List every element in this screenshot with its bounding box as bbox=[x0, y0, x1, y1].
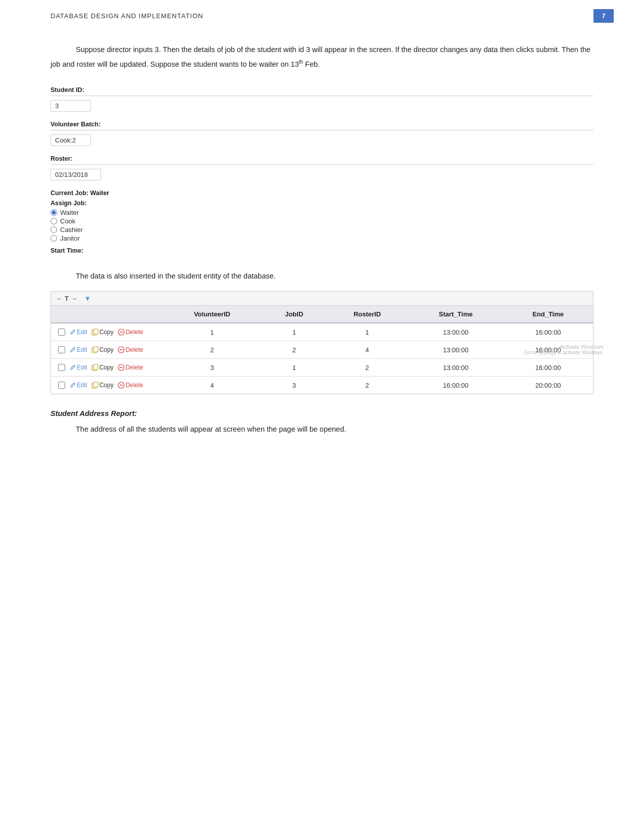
row-3-copy-button[interactable]: Copy bbox=[90, 381, 115, 389]
copy-label: Copy bbox=[100, 329, 114, 336]
edit-label: Edit bbox=[77, 346, 87, 353]
assign-job-label: Assign Job: bbox=[51, 200, 593, 207]
volunteer-batch-label: Volunteer Batch: bbox=[51, 121, 593, 128]
roster-value[interactable]: 02/13/2018 bbox=[51, 169, 101, 180]
svg-rect-13 bbox=[93, 382, 98, 387]
radio-cook[interactable]: Cook bbox=[51, 217, 593, 225]
edit-label: Edit bbox=[77, 364, 87, 371]
row-3-edit-button[interactable]: Edit bbox=[68, 381, 89, 389]
row-0-copy-button[interactable]: Copy bbox=[90, 328, 115, 336]
main-content: Suppose director inputs 3. Then the deta… bbox=[0, 28, 644, 457]
table-header-row: VolunteerID JobID RosterID Start_Time En… bbox=[51, 306, 593, 323]
radio-cook-label: Cook bbox=[60, 217, 75, 225]
pencil-icon bbox=[70, 364, 76, 370]
volunteer-batch-group: Volunteer Batch: Cook:2 bbox=[51, 121, 593, 146]
roster-group: Roster: 02/13/2018 bbox=[51, 155, 593, 180]
arrow-right-icon: → bbox=[71, 295, 77, 302]
svg-rect-5 bbox=[93, 347, 98, 352]
row-3-checkbox[interactable] bbox=[58, 382, 65, 389]
activate-windows-line1: Activate Windows bbox=[524, 344, 604, 350]
row-1-checkbox[interactable] bbox=[58, 346, 65, 353]
svg-rect-9 bbox=[93, 364, 98, 369]
row-0-edit-button[interactable]: Edit bbox=[68, 328, 89, 336]
current-job-group: Current Job: Waiter Assign Job: Waiter C… bbox=[51, 190, 593, 254]
edit-label: Edit bbox=[77, 382, 87, 389]
delete-icon bbox=[118, 364, 125, 371]
radio-janitor[interactable]: Janitor bbox=[51, 235, 593, 242]
copy-icon bbox=[91, 364, 98, 371]
t-icon: T bbox=[65, 295, 69, 302]
row-3-start-time: 16:00:00 bbox=[408, 377, 503, 394]
svg-rect-1 bbox=[93, 329, 98, 334]
radio-group: Waiter Cook Cashier Janitor bbox=[51, 209, 593, 242]
copy-icon bbox=[91, 346, 98, 353]
row-3-actions-group: Edit Copy Delete bbox=[58, 381, 155, 389]
row-2-copy-button[interactable]: Copy bbox=[90, 363, 115, 372]
table-row: Edit Copy Delete 31213:00:00 bbox=[51, 359, 593, 377]
edit-label: Edit bbox=[77, 329, 87, 336]
radio-waiter-input[interactable] bbox=[51, 209, 57, 216]
volunteer-batch-value[interactable]: Cook:2 bbox=[51, 134, 91, 146]
radio-cook-input[interactable] bbox=[51, 218, 57, 224]
student-id-value[interactable]: 3 bbox=[51, 100, 91, 112]
radio-waiter-label: Waiter bbox=[60, 209, 79, 216]
table-body: Edit Copy Delete 11113:00:00 bbox=[51, 323, 593, 394]
row-0-actions-group: Edit Copy Delete bbox=[58, 328, 155, 336]
delete-icon bbox=[118, 329, 125, 336]
database-table: VolunteerID JobID RosterID Start_Time En… bbox=[51, 306, 593, 394]
row-3-job-id: 3 bbox=[262, 377, 326, 394]
row-1-actions: Edit Copy Delete bbox=[51, 341, 162, 359]
arrow-left-icon: ← bbox=[56, 295, 63, 302]
row-3-delete-button[interactable]: Delete bbox=[116, 381, 145, 389]
radio-waiter[interactable]: Waiter bbox=[51, 209, 593, 216]
row-1-edit-button[interactable]: Edit bbox=[68, 346, 89, 354]
radio-janitor-label: Janitor bbox=[60, 235, 80, 242]
radio-janitor-input[interactable] bbox=[51, 235, 57, 242]
row-2-edit-button[interactable]: Edit bbox=[68, 363, 89, 372]
copy-icon bbox=[91, 382, 98, 389]
paragraph-1: Suppose director inputs 3. Then the deta… bbox=[51, 43, 593, 71]
row-1-roster-id: 4 bbox=[326, 341, 409, 359]
row-2-delete-button[interactable]: Delete bbox=[116, 363, 145, 372]
row-0-checkbox[interactable] bbox=[58, 329, 65, 336]
col-roster-id: RosterID bbox=[326, 306, 409, 323]
row-3-end-time: 20:00:00 bbox=[503, 377, 593, 394]
database-table-wrapper: ← T → ▼ VolunteerID JobID RosterID Start… bbox=[51, 291, 593, 394]
row-1-delete-button[interactable]: Delete bbox=[116, 346, 145, 354]
section-heading: Student Address Report: bbox=[51, 409, 593, 418]
radio-cashier[interactable]: Cashier bbox=[51, 226, 593, 234]
delete-label: Delete bbox=[126, 329, 143, 336]
row-3-roster-id: 2 bbox=[326, 377, 409, 394]
row-2-checkbox[interactable] bbox=[58, 364, 65, 371]
row-0-roster-id: 1 bbox=[326, 323, 409, 341]
col-start-time: Start_Time bbox=[408, 306, 503, 323]
pencil-icon bbox=[70, 329, 76, 335]
page-header: DATABASE DESIGN AND IMPLEMENTATION 7 bbox=[0, 0, 644, 28]
row-0-end-time: 16:00:00 bbox=[503, 323, 593, 341]
page-number: 7 bbox=[593, 9, 614, 23]
page-title: DATABASE DESIGN AND IMPLEMENTATION bbox=[51, 12, 203, 20]
filter-icon[interactable]: ▼ bbox=[84, 295, 91, 302]
row-1-copy-button[interactable]: Copy bbox=[90, 346, 115, 354]
row-0-delete-button[interactable]: Delete bbox=[116, 328, 145, 336]
radio-cashier-input[interactable] bbox=[51, 226, 57, 233]
row-2-end-time: 16:00:00 bbox=[503, 359, 593, 377]
start-time-label: Start Time: bbox=[51, 247, 593, 254]
student-id-divider bbox=[51, 96, 593, 96]
roster-label: Roster: bbox=[51, 155, 593, 162]
delete-icon bbox=[118, 382, 125, 389]
row-0-volunteer-id: 1 bbox=[162, 323, 262, 341]
table-row: Edit Copy Delete 11113:00:00 bbox=[51, 323, 593, 341]
pencil-icon bbox=[70, 382, 76, 388]
row-0-start-time: 13:00:00 bbox=[408, 323, 503, 341]
row-2-actions-group: Edit Copy Delete bbox=[58, 363, 155, 372]
col-job-id: JobID bbox=[262, 306, 326, 323]
row-1-volunteer-id: 2 bbox=[162, 341, 262, 359]
col-end-time: End_Time bbox=[503, 306, 593, 323]
row-2-volunteer-id: 3 bbox=[162, 359, 262, 377]
volunteer-batch-divider bbox=[51, 130, 593, 130]
table-header: VolunteerID JobID RosterID Start_Time En… bbox=[51, 306, 593, 323]
current-job-text: Current Job: Waiter bbox=[51, 190, 593, 197]
row-2-start-time: 13:00:00 bbox=[408, 359, 503, 377]
activate-windows-watermark: Activate Windows Go to Settings to activ… bbox=[524, 344, 604, 355]
